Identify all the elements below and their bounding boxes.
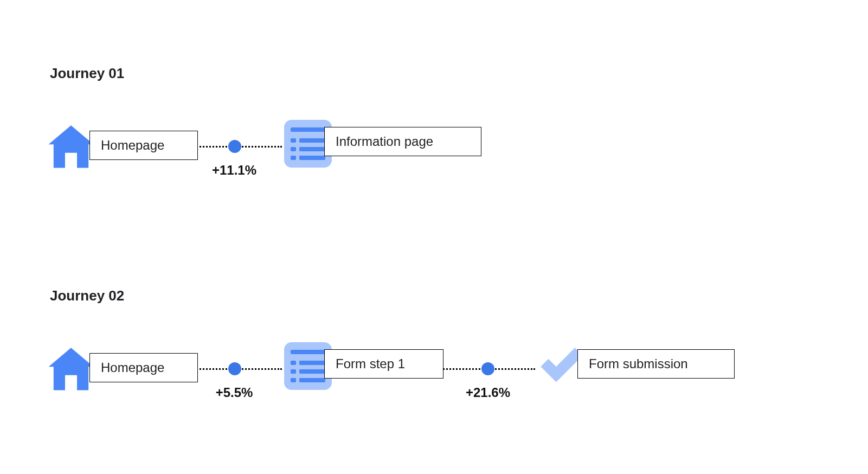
- journey-1-step-information: Information page: [281, 117, 481, 166]
- journey-2-title: Journey 02: [50, 287, 124, 304]
- svg-rect-5: [299, 147, 325, 151]
- page-icon: [281, 339, 331, 389]
- step-label: Form step 1: [324, 349, 443, 379]
- svg-rect-12: [291, 369, 296, 374]
- page-icon: [281, 117, 331, 166]
- journey-2-connector-1: [187, 362, 282, 384]
- svg-rect-4: [291, 147, 296, 151]
- svg-rect-7: [299, 156, 325, 160]
- journey-1-delta-1: +11.1%: [212, 163, 256, 178]
- svg-rect-10: [291, 361, 296, 365]
- journey-2-delta-1: +5.5%: [216, 385, 253, 400]
- journey-2-step-submission: Form submission: [534, 339, 735, 389]
- svg-rect-11: [299, 361, 325, 365]
- svg-rect-13: [299, 369, 325, 374]
- journey-2-connector-2: [440, 362, 535, 384]
- step-label: Homepage: [89, 353, 198, 382]
- journey-1-step-homepage: Homepage: [46, 120, 198, 170]
- journey-2-step-homepage: Homepage: [46, 343, 198, 393]
- step-label: Homepage: [89, 131, 198, 160]
- svg-rect-2: [291, 138, 296, 143]
- journey-2-delta-2: +21.6%: [466, 385, 510, 400]
- svg-rect-15: [299, 378, 325, 382]
- journey-1-connector-1: [187, 140, 282, 162]
- connector-dot-icon: [481, 362, 494, 375]
- svg-rect-3: [299, 138, 325, 143]
- connector-dot-icon: [228, 140, 241, 153]
- step-label: Form submission: [577, 349, 735, 379]
- step-label: Information page: [324, 127, 481, 156]
- connector-dot-icon: [228, 362, 241, 375]
- svg-rect-1: [291, 127, 325, 132]
- svg-marker-16: [541, 348, 583, 382]
- home-icon: [46, 120, 96, 170]
- svg-rect-14: [291, 378, 296, 382]
- diagram-canvas: Journey 01 Homepage +11.1%: [0, 0, 868, 474]
- journey-1-title: Journey 01: [50, 65, 124, 82]
- home-icon: [46, 343, 96, 393]
- svg-rect-6: [291, 156, 296, 160]
- journey-2-step-form: Form step 1: [281, 339, 443, 389]
- check-icon: [534, 339, 584, 389]
- svg-rect-9: [291, 350, 325, 354]
